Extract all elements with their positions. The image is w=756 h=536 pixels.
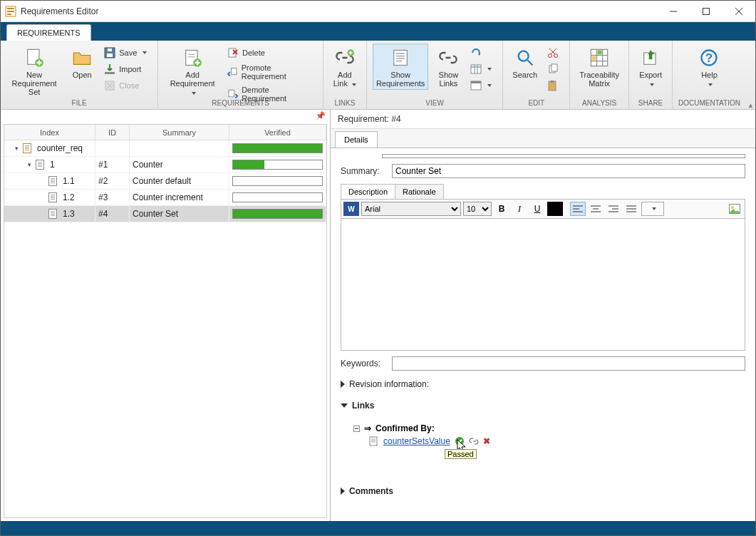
expand-icon[interactable]: ▾	[13, 145, 20, 152]
link-item[interactable]: counterSetsValue	[383, 436, 450, 446]
delete-requirement-button[interactable]: Delete	[225, 45, 317, 61]
progress-bar	[232, 209, 323, 219]
links-section[interactable]: Links	[341, 398, 745, 413]
table-row[interactable]: 1.1#2Counter default	[4, 173, 326, 190]
add-requirement-button[interactable]: Add Requirement	[164, 43, 221, 98]
row-label: 1	[50, 160, 55, 170]
svg-rect-5	[703, 8, 710, 14]
link-icon[interactable]	[469, 436, 479, 446]
col-header-summary[interactable]: Summary	[130, 125, 229, 140]
export-button[interactable]: Export	[635, 43, 666, 90]
close-button[interactable]	[723, 1, 755, 22]
minimize-button[interactable]	[657, 1, 690, 22]
svg-text:?: ?	[705, 51, 713, 64]
svg-rect-2	[7, 11, 14, 12]
keywords-label: Keywords:	[341, 359, 385, 368]
word-icon[interactable]: W	[343, 202, 359, 216]
italic-button[interactable]: I	[512, 202, 527, 216]
svg-point-47	[554, 54, 558, 58]
svg-line-45	[527, 61, 532, 66]
summary-input[interactable]	[392, 164, 745, 178]
tab-requirements[interactable]: REQUIREMENTS	[6, 24, 91, 41]
copy-button[interactable]	[545, 61, 564, 77]
columns-button[interactable]	[468, 61, 497, 77]
tab-details[interactable]: Details	[335, 131, 378, 148]
help-button[interactable]: ? Help	[693, 43, 725, 90]
col-header-verified[interactable]: Verified	[229, 125, 326, 140]
promote-requirement-button[interactable]: Promote Requirement	[225, 61, 317, 83]
traceability-matrix-button[interactable]: Traceability Matrix	[576, 43, 623, 90]
font-family-select[interactable]: Arial	[361, 202, 461, 216]
insert-image-button[interactable]	[727, 202, 742, 216]
align-right-button[interactable]	[606, 202, 621, 216]
subtab-description[interactable]: Description	[341, 184, 395, 199]
row-summary	[130, 140, 229, 156]
table-row[interactable]: 1.2#3Counter increment	[4, 190, 326, 206]
bold-button[interactable]: B	[494, 202, 509, 216]
align-justify-button[interactable]	[623, 202, 639, 216]
row-summary: Counter Set	[130, 206, 229, 222]
row-id	[95, 140, 130, 156]
reqset-icon	[23, 143, 31, 153]
window-title: Requirements Editor	[21, 6, 98, 16]
maximize-button[interactable]	[690, 1, 723, 22]
group-label-analysis: ANALYSIS	[576, 99, 623, 108]
group-label-edit: EDIT	[509, 99, 564, 108]
view-options-button[interactable]	[468, 78, 497, 93]
tooltip-passed: Passed	[445, 449, 477, 459]
open-button[interactable]: Open	[66, 43, 98, 81]
requirement-icon	[48, 192, 57, 202]
pushpin-icon[interactable]: 📌	[316, 111, 326, 120]
font-size-select[interactable]: 10	[463, 202, 492, 216]
group-label-view: VIEW	[373, 99, 497, 108]
table-row[interactable]: 1.3#4Counter Set	[4, 206, 326, 222]
comments-section[interactable]: Comments	[341, 483, 745, 499]
links-body: − ⇒ Confirmed By: counterSetsValue ✖ Pas…	[341, 419, 745, 450]
svg-rect-1	[7, 8, 14, 9]
svg-point-77	[731, 206, 734, 209]
group-label-share: SHARE	[635, 99, 666, 108]
doc-icon	[369, 436, 379, 446]
ribbon-collapse-button[interactable]: ▲	[746, 41, 755, 109]
svg-rect-15	[105, 72, 115, 74]
delete-link-icon[interactable]: ✖	[483, 436, 490, 446]
caret-down-icon	[487, 68, 492, 71]
table-row[interactable]: ▾counter_req	[4, 140, 326, 157]
align-center-button[interactable]	[588, 202, 604, 216]
save-button[interactable]: Save	[102, 45, 152, 61]
close-file-button[interactable]: Close	[102, 78, 152, 93]
triangle-right-icon	[341, 488, 345, 495]
row-id: #1	[95, 157, 130, 172]
custom-id-field[interactable]	[382, 154, 745, 158]
caret-down-icon	[708, 83, 713, 86]
add-link-button[interactable]: Add Link	[329, 43, 361, 90]
show-links-button[interactable]: Show Links	[433, 43, 464, 90]
ribbon-tabstrip: REQUIREMENTS	[1, 22, 755, 41]
row-label: 1.3	[63, 209, 75, 219]
keywords-input[interactable]	[392, 356, 745, 371]
paste-button[interactable]	[545, 78, 564, 93]
search-button[interactable]: Search	[509, 43, 541, 81]
align-left-button[interactable]	[570, 202, 586, 216]
col-header-index[interactable]: Index	[4, 125, 95, 140]
show-requirements-button[interactable]: Show Requirements	[373, 43, 428, 90]
row-id: #2	[95, 173, 130, 189]
svg-point-44	[518, 51, 528, 61]
table-row[interactable]: ▾1#1Counter	[4, 157, 326, 173]
description-editor[interactable]	[341, 219, 745, 351]
font-color-button[interactable]	[547, 202, 563, 216]
refresh-button[interactable]	[468, 45, 497, 61]
underline-button[interactable]: U	[529, 202, 545, 216]
new-requirement-set-button[interactable]: New Requirement Set	[6, 43, 62, 98]
subtab-rationale[interactable]: Rationale	[395, 184, 443, 199]
cut-button[interactable]	[545, 45, 564, 61]
expand-icon[interactable]: ▾	[26, 161, 33, 168]
revision-info-section[interactable]: Revision information:	[341, 376, 745, 392]
row-verified	[229, 206, 326, 222]
import-button[interactable]: Import	[102, 61, 152, 77]
collapse-icon[interactable]: −	[353, 426, 360, 432]
col-header-id[interactable]: ID	[95, 125, 130, 140]
progress-bar	[232, 143, 323, 153]
row-label: counter_req	[37, 143, 83, 153]
highlight-button[interactable]	[641, 202, 664, 216]
